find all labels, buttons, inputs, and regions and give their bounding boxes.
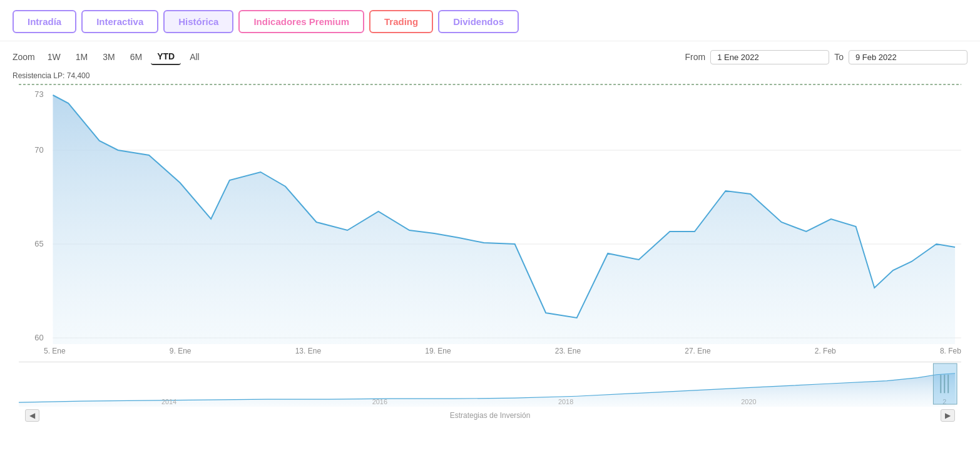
navigator-fill [19, 374, 955, 407]
tab-historica[interactable]: Histórica [163, 10, 233, 33]
zoom-bar: Zoom 1W 1M 3M 6M YTD All From To [0, 41, 980, 69]
from-date-input[interactable] [710, 50, 829, 64]
from-label: From [685, 52, 706, 62]
zoom-ytd[interactable]: YTD [151, 49, 181, 65]
y-label-65: 65 [34, 239, 43, 248]
scroll-right-arrow[interactable]: ▶ [941, 409, 955, 422]
tab-bar: Intradía Interactiva Histórica Indicador… [0, 0, 980, 41]
zoom-all[interactable]: All [183, 49, 206, 64]
footer-bar: ◀ Estrategias de Inversión ▶ [13, 407, 967, 424]
resistance-label: Resistencia LP: 74,400 [0, 69, 980, 81]
zoom-3m[interactable]: 3M [96, 49, 121, 64]
x-label-7: 8. Feb [940, 347, 961, 355]
nav-year-2018: 2018 [558, 398, 573, 405]
zoom-label: Zoom [13, 52, 35, 62]
nav-year-2016: 2016 [372, 398, 387, 405]
x-axis: 5. Ene 9. Ene 13. Ene 19. Ene 23. Ene 27… [13, 344, 967, 358]
zoom-1w[interactable]: 1W [41, 49, 67, 64]
x-label-0: 5. Ene [44, 347, 66, 355]
tab-dividendos[interactable]: Dividendos [438, 10, 519, 33]
y-label-73: 73 [34, 89, 43, 99]
y-label-70: 70 [34, 145, 43, 155]
navigator-svg: 2014 2016 2018 2020 2 [19, 362, 961, 407]
date-range: From To [685, 50, 967, 64]
zoom-6m[interactable]: 6M [124, 49, 148, 64]
x-label-3: 19. Ene [425, 347, 451, 355]
zoom-1m[interactable]: 1M [69, 49, 94, 64]
to-date-input[interactable] [849, 50, 967, 64]
tab-intraday[interactable]: Intradía [13, 10, 76, 33]
nav-year-2020: 2020 [741, 398, 756, 405]
navigator-container: 2014 2016 2018 2020 2 [19, 362, 961, 407]
x-label-2: 13. Ene [295, 347, 321, 355]
x-label-1: 9. Ene [170, 347, 191, 355]
to-label: To [834, 52, 844, 62]
nav-year-2014: 2014 [161, 398, 176, 405]
footer-credit: Estrategias de Inversión [450, 411, 531, 420]
tab-trading[interactable]: Trading [369, 10, 433, 33]
chart-wrapper: 73 70 65 60 5. Ene 9. Ene 13. Ene [0, 81, 980, 424]
x-label-6: 2. Feb [815, 347, 836, 355]
chart-area-fill [53, 95, 955, 344]
scroll-left-arrow[interactable]: ◀ [25, 409, 39, 422]
y-label-60: 60 [34, 333, 43, 342]
main-chart: 73 70 65 60 [19, 81, 961, 344]
x-label-5: 27. Ene [685, 347, 710, 355]
tab-interactiva[interactable]: Interactiva [81, 10, 158, 33]
x-label-4: 23. Ene [555, 347, 581, 355]
tab-indicadores[interactable]: Indicadores Premium [238, 10, 364, 33]
main-chart-svg: 73 70 65 60 [19, 81, 961, 344]
